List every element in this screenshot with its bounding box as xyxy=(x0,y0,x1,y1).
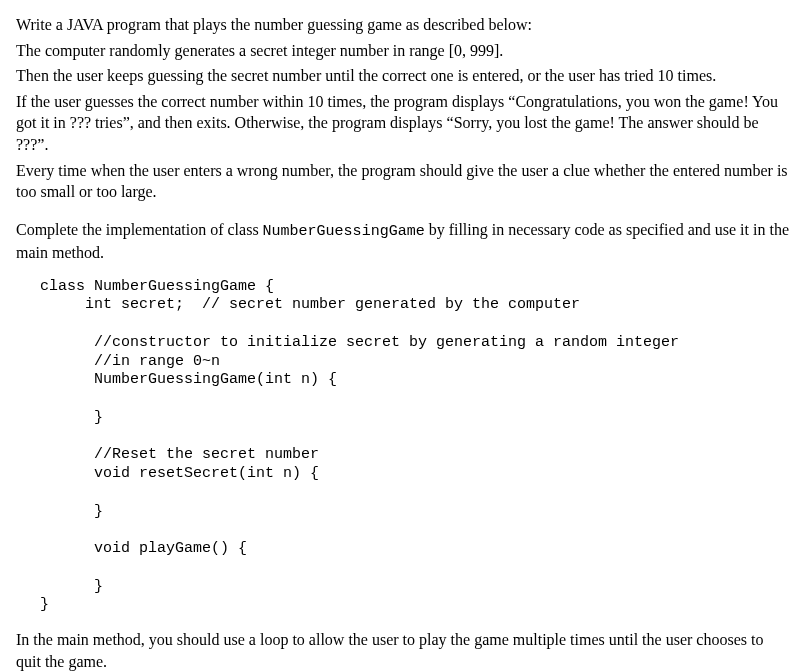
footer-line: In the main method, you should use a loo… xyxy=(16,629,791,672)
intro-line-3: Then the user keeps guessing the secret … xyxy=(16,65,791,87)
task-description: Complete the implementation of class Num… xyxy=(16,219,791,264)
intro-line-2: The computer randomly generates a secret… xyxy=(16,40,791,62)
intro-line-5: Every time when the user enters a wrong … xyxy=(16,160,791,203)
task-prefix: Complete the implementation of class xyxy=(16,221,263,238)
task-classname: NumberGuessingGame xyxy=(263,223,425,240)
intro-line-1: Write a JAVA program that plays the numb… xyxy=(16,14,791,36)
code-block: class NumberGuessingGame { int secret; /… xyxy=(40,278,791,616)
intro-line-4: If the user guesses the correct number w… xyxy=(16,91,791,156)
